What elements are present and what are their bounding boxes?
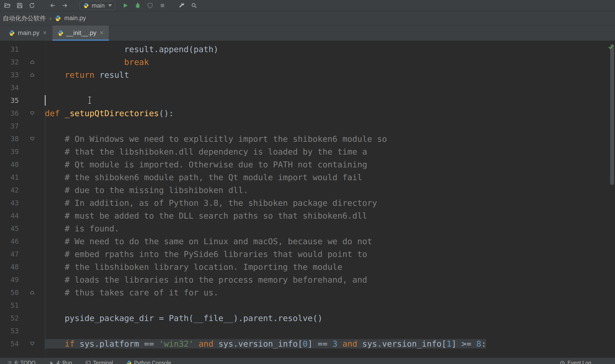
vertical-scrollbar[interactable] xyxy=(610,44,614,185)
line-number[interactable]: 36 xyxy=(0,109,20,117)
fold-up-icon[interactable] xyxy=(20,289,45,295)
statusbar-item-4-run[interactable]: 4: Run xyxy=(49,360,72,364)
code-text: if sys.platform == 'win32' and sys.versi… xyxy=(45,339,486,349)
line-number[interactable]: 52 xyxy=(0,314,20,322)
run-icon[interactable] xyxy=(120,1,130,10)
code-line-40[interactable]: 40 # Qt module is imported. Otherwise du… xyxy=(0,158,615,171)
tab-label: __init__.py xyxy=(67,29,96,37)
ide-window: main 自动化办公软件 › main.py main.py__init_ xyxy=(0,0,615,364)
code-line-46[interactable]: 46 # We need to do the same on Linux and… xyxy=(0,235,615,248)
line-number[interactable]: 32 xyxy=(0,58,20,66)
code-line-42[interactable]: 42 # due to the missing libshiboken dll. xyxy=(0,184,615,196)
code-line-36[interactable]: 36def _setupQtDirectories(): xyxy=(0,107,615,120)
dropdown-arrow-icon xyxy=(108,4,112,7)
code-text: # Qt module is imported. Otherwise due t… xyxy=(45,160,367,169)
fold-up-icon[interactable] xyxy=(20,59,45,65)
python-icon xyxy=(9,30,15,36)
line-number[interactable]: 54 xyxy=(0,340,20,348)
line-number[interactable]: 35 xyxy=(0,96,20,104)
line-number[interactable]: 42 xyxy=(0,186,20,194)
line-number[interactable]: 47 xyxy=(0,250,20,258)
todo-icon xyxy=(7,360,12,364)
line-number[interactable]: 41 xyxy=(0,173,20,181)
fold-down-icon[interactable] xyxy=(20,341,45,347)
code-line-53[interactable]: 53 xyxy=(0,325,615,337)
code-line-35[interactable]: 35 xyxy=(0,94,615,107)
fold-up-icon[interactable] xyxy=(20,72,45,78)
line-number[interactable]: 48 xyxy=(0,263,20,271)
line-number[interactable]: 34 xyxy=(0,84,20,92)
tab-label: main.py xyxy=(18,29,40,37)
statusbar-item-label: Event Log xyxy=(567,360,591,364)
save-all-icon[interactable] xyxy=(15,1,25,10)
line-number[interactable]: 31 xyxy=(0,45,20,53)
statusbar-item-event-log[interactable]: Event Log xyxy=(560,360,591,364)
line-number[interactable]: 53 xyxy=(0,327,20,335)
line-number[interactable]: 43 xyxy=(0,199,20,207)
statusbar-item-label: Terminal xyxy=(93,360,113,364)
stop-icon[interactable] xyxy=(157,1,167,10)
coverage-icon[interactable] xyxy=(145,1,155,10)
code-line-32[interactable]: 32 break xyxy=(0,56,615,68)
breadcrumb-project[interactable]: 自动化办公软件 xyxy=(3,14,46,22)
statusbar-item-terminal[interactable]: Terminal xyxy=(85,360,113,364)
open-folder-icon[interactable] xyxy=(2,1,12,10)
code-line-49[interactable]: 49 # loads the libraries into the proces… xyxy=(0,273,615,286)
statusbar-item-python-console[interactable]: Python Console xyxy=(126,360,171,364)
line-number[interactable]: 38 xyxy=(0,135,20,143)
code-text: # loads the libraries into the process m… xyxy=(45,275,367,285)
statusbar-item-6-todo[interactable]: 6: TODO xyxy=(7,360,36,364)
line-number[interactable]: 51 xyxy=(0,301,20,309)
editor-tabs: main.py__init__.py xyxy=(0,25,615,41)
code-line-39[interactable]: 39 # that the libshiboken.dll dependency… xyxy=(0,145,615,158)
sync-icon[interactable] xyxy=(27,1,37,10)
code-line-37[interactable]: 37 xyxy=(0,120,615,132)
code-line-54[interactable]: 54 if sys.platform == 'win32' and sys.ve… xyxy=(0,337,615,350)
line-number[interactable]: 49 xyxy=(0,276,20,284)
code-line-38[interactable]: 38 # On Windows we need to explicitly im… xyxy=(0,132,615,145)
line-number[interactable]: 44 xyxy=(0,212,20,220)
back-icon[interactable] xyxy=(48,1,58,10)
code-line-47[interactable]: 47 # embed rpaths into the PySide6 libra… xyxy=(0,248,615,260)
code-line-50[interactable]: 50 # thus takes care of it for us. xyxy=(0,286,615,299)
line-number[interactable]: 40 xyxy=(0,160,20,169)
code-line-43[interactable]: 43 # In addition, as of Python 3.8, the … xyxy=(0,196,615,209)
event-log-icon xyxy=(560,360,565,364)
code-line-48[interactable]: 48 # the libshiboken library location. I… xyxy=(0,260,615,273)
code-line-33[interactable]: 33 return result xyxy=(0,68,615,81)
python-icon xyxy=(83,2,89,8)
code-line-34[interactable]: 34 xyxy=(0,81,615,94)
close-icon[interactable] xyxy=(99,29,104,37)
editor-tab-main-py[interactable]: main.py xyxy=(4,25,52,41)
code-line-45[interactable]: 45 # is found. xyxy=(0,222,615,235)
mouse-ibeam-cursor xyxy=(87,96,92,104)
line-number[interactable]: 39 xyxy=(0,148,20,156)
line-number[interactable]: 46 xyxy=(0,237,20,245)
editor[interactable]: 31 result.append(path)32 break33 return … xyxy=(0,41,615,358)
fold-down-icon[interactable] xyxy=(20,136,45,142)
code-line-51[interactable]: 51 xyxy=(0,299,615,312)
run-config-selector[interactable]: main xyxy=(80,1,115,10)
code-text: # is found. xyxy=(45,224,119,233)
line-number[interactable]: 45 xyxy=(0,224,20,233)
forward-icon[interactable] xyxy=(60,1,70,10)
statusbar-item-label: Python Console xyxy=(134,360,171,364)
code-line-52[interactable]: 52 pyside_package_dir = Path(__file__).p… xyxy=(0,312,615,325)
text-caret xyxy=(45,95,46,106)
line-number[interactable]: 33 xyxy=(0,71,20,79)
close-icon[interactable] xyxy=(42,29,47,37)
search-icon[interactable] xyxy=(189,1,199,10)
run-config-label: main xyxy=(92,2,105,9)
code-line-41[interactable]: 41 # the shiboken6 module path, the Qt m… xyxy=(0,171,615,184)
editor-tab-init-py[interactable]: __init__.py xyxy=(52,25,109,41)
code-line-31[interactable]: 31 result.append(path) xyxy=(0,43,615,56)
inspections-ok-icon[interactable] xyxy=(608,43,615,50)
line-number[interactable]: 37 xyxy=(0,122,20,130)
code-text: # due to the missing libshiboken dll. xyxy=(45,185,248,195)
breadcrumb-file[interactable]: main.py xyxy=(64,15,86,22)
line-number[interactable]: 50 xyxy=(0,288,20,297)
code-line-44[interactable]: 44 # must be added to the DLL search pat… xyxy=(0,209,615,222)
debug-icon[interactable] xyxy=(133,1,143,10)
fold-down-icon[interactable] xyxy=(20,110,45,116)
wrench-icon[interactable] xyxy=(177,1,187,10)
